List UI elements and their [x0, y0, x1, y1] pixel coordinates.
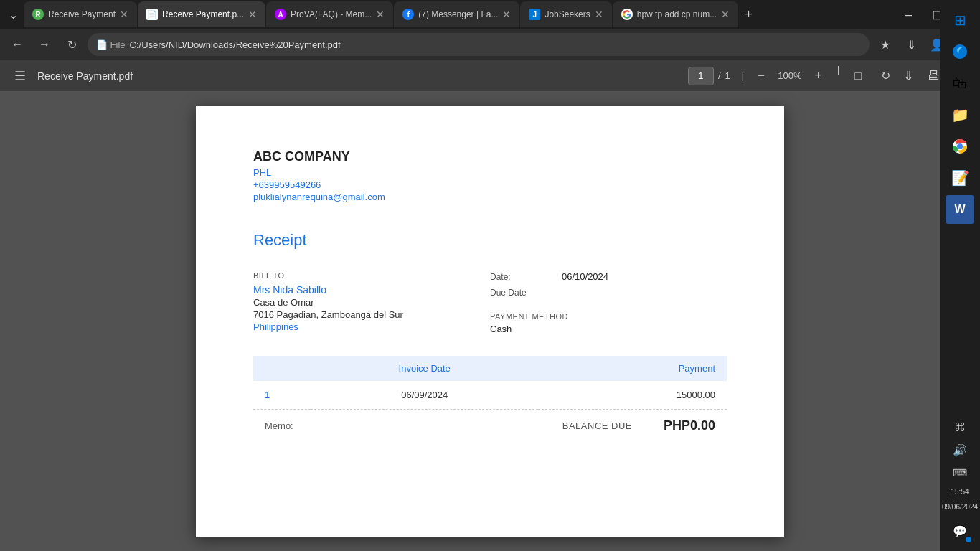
forward-button[interactable]: →: [33, 33, 56, 56]
pdf-menu-button[interactable]: ☰: [9, 65, 32, 88]
tab-label-5: JobSeekers: [545, 9, 590, 19]
tab-3[interactable]: A ProVA(FAQ) - Mem... ✕: [266, 1, 393, 27]
pdf-area: ABC COMPANY PHL +639959549266 pluklialyn…: [0, 92, 980, 551]
notification-center-icon[interactable]: 💬: [946, 517, 974, 545]
zoom-out-button[interactable]: −: [751, 66, 771, 86]
reload-button[interactable]: ↻: [60, 33, 83, 56]
tab-label-1: Receive Payment: [48, 9, 116, 19]
tab-favicon-2: 📄: [146, 9, 158, 20]
volume-icon[interactable]: 🔊: [946, 441, 974, 458]
tab-favicon-1: R: [32, 9, 44, 20]
company-name: ABC COMPANY: [253, 149, 727, 164]
taskbar-edge-icon[interactable]: [946, 37, 974, 66]
back-button[interactable]: ←: [6, 33, 29, 56]
date-value: 06/10/2024: [562, 271, 608, 282]
tab-6[interactable]: hpw tp add cp num... ✕: [613, 1, 738, 27]
tab-close-4[interactable]: ✕: [502, 9, 511, 20]
browser-chrome: ⌄ R Receive Payment ✕ 📄 Receive Payment.…: [0, 0, 980, 92]
col-payment-header: Payment: [538, 356, 727, 381]
tab-group-button[interactable]: ⌄: [3, 1, 24, 27]
bill-company: Casa de Omar: [253, 297, 490, 308]
payment-method-section: PAYMENT METHOD Cash: [490, 312, 727, 334]
url-file-icon: 📄 File: [96, 39, 126, 50]
table-row: 1 06/09/2024 15000.00: [253, 381, 727, 410]
taskbar-store-icon[interactable]: 🛍: [946, 69, 974, 98]
tab-favicon-3: A: [275, 9, 286, 20]
pdf-toolbar: ☰ Receive Payment.pdf / 1 | − 100% + | □…: [0, 60, 980, 92]
tab-favicon-6: [621, 9, 633, 20]
tab-2[interactable]: 📄 Receive Payment.p... ✕: [138, 1, 265, 27]
system-date: 09/06/2024: [942, 503, 978, 511]
balance-due-value: PHP0.00: [644, 418, 715, 433]
invoice-table: Invoice Date Payment 1 06/09/2024 15000.…: [253, 356, 727, 410]
pdf-page: ABC COMPANY PHL +639959549266 pluklialyn…: [196, 106, 784, 537]
row-payment: 15000.00: [538, 381, 727, 410]
balance-due-label: BALANCE DUE: [562, 420, 632, 431]
download-button[interactable]: ⇓: [900, 33, 923, 56]
url-bar[interactable]: 📄 File C:/Users/NID/Downloads/Receive%20…: [88, 33, 870, 56]
taskbar-word-icon[interactable]: W: [946, 195, 974, 224]
payment-method-label: PAYMENT METHOD: [490, 312, 727, 321]
date-row: Date: 06/10/2024: [490, 271, 727, 282]
pdf-view-buttons: | □ ↻: [834, 65, 897, 88]
tab-favicon-5: J: [529, 9, 540, 20]
taskbar-files-icon[interactable]: 📁: [946, 100, 974, 129]
sys-tray: ⌘ 🔊 ⌨ 15:54 09/06/2024 💬: [940, 418, 980, 551]
bill-name: Mrs Nida Sabillo: [253, 284, 490, 296]
new-tab-button[interactable]: +: [739, 7, 758, 22]
table-header-row: Invoice Date Payment: [253, 356, 727, 381]
date-label: Date:: [490, 272, 540, 282]
url-text: C:/Users/NID/Downloads/Receive%20Payment…: [130, 39, 341, 50]
pdf-download-button[interactable]: ⇓: [897, 65, 920, 88]
tab-close-1[interactable]: ✕: [120, 9, 128, 20]
due-date-label: Due Date: [490, 288, 540, 298]
bookmark-button[interactable]: ★: [874, 33, 897, 56]
due-date-row: Due Date: [490, 288, 727, 298]
tab-close-2[interactable]: ✕: [248, 9, 257, 20]
pdf-page-controls: / 1: [688, 67, 730, 85]
tab-close-5[interactable]: ✕: [595, 9, 603, 20]
col-number-header: [253, 356, 311, 381]
bill-to-label: BILL TO: [253, 271, 490, 280]
company-email: pluklialynanrequina@gmail.com: [253, 192, 727, 202]
bill-section: BILL TO Mrs Nida Sabillo Casa de Omar 70…: [253, 271, 727, 334]
notification-dot: [966, 537, 971, 542]
tab-close-6[interactable]: ✕: [721, 9, 730, 20]
tab-label-2: Receive Payment.p...: [162, 9, 244, 19]
bill-country: Philippines: [253, 321, 490, 332]
memo-label: Memo:: [265, 420, 562, 431]
page-total: 1: [725, 70, 730, 81]
tab-5[interactable]: J JobSeekers ✕: [520, 1, 611, 27]
taskbar-chrome-icon[interactable]: [946, 132, 974, 161]
rotate-button[interactable]: ↻: [874, 65, 897, 88]
tab-label-3: ProVA(FAQ) - Mem...: [291, 9, 372, 19]
tab-4[interactable]: f (7) Messenger | Fa... ✕: [394, 1, 519, 27]
tab-label-6: hpw tp add cp num...: [637, 9, 717, 19]
bill-to-section: BILL TO Mrs Nida Sabillo Casa de Omar 70…: [253, 271, 490, 334]
date-section: Date: 06/10/2024 Due Date: [490, 271, 727, 298]
tab-close-3[interactable]: ✕: [376, 9, 385, 20]
row-invoice-date: 06/09/2024: [311, 381, 538, 410]
taskbar-sticky-notes-icon[interactable]: 📝: [946, 164, 974, 192]
company-country: PHL: [253, 167, 727, 178]
col-invoice-date-header: Invoice Date: [311, 356, 538, 381]
taskbar-start-button[interactable]: ⊞: [946, 6, 974, 34]
tab-1[interactable]: R Receive Payment ✕: [24, 1, 137, 27]
zoom-in-button[interactable]: +: [809, 66, 829, 86]
wifi-icon[interactable]: ⌘: [946, 418, 974, 435]
zoom-value: 100%: [776, 70, 804, 81]
tab-bar: ⌄ R Receive Payment ✕ 📄 Receive Payment.…: [0, 0, 980, 29]
payment-method-value: Cash: [490, 324, 727, 334]
page-number-input[interactable]: [688, 67, 714, 85]
pdf-zoom-controls: | − 100% +: [739, 66, 829, 86]
minimize-button[interactable]: –: [894, 0, 923, 29]
keyboard-icon[interactable]: ⌨: [946, 464, 974, 481]
date-payment-section: Date: 06/10/2024 Due Date PAYMENT METHOD…: [490, 271, 727, 334]
row-number: 1: [253, 381, 311, 410]
tab-favicon-4: f: [402, 9, 414, 20]
address-bar: ← → ↻ 📄 File C:/Users/NID/Downloads/Rece…: [0, 29, 980, 60]
fit-page-button[interactable]: □: [847, 65, 870, 88]
pdf-title: Receive Payment.pdf: [37, 70, 688, 82]
memo-balance-row: Memo: BALANCE DUE PHP0.00: [253, 410, 727, 442]
system-time: 15:54: [951, 487, 969, 497]
